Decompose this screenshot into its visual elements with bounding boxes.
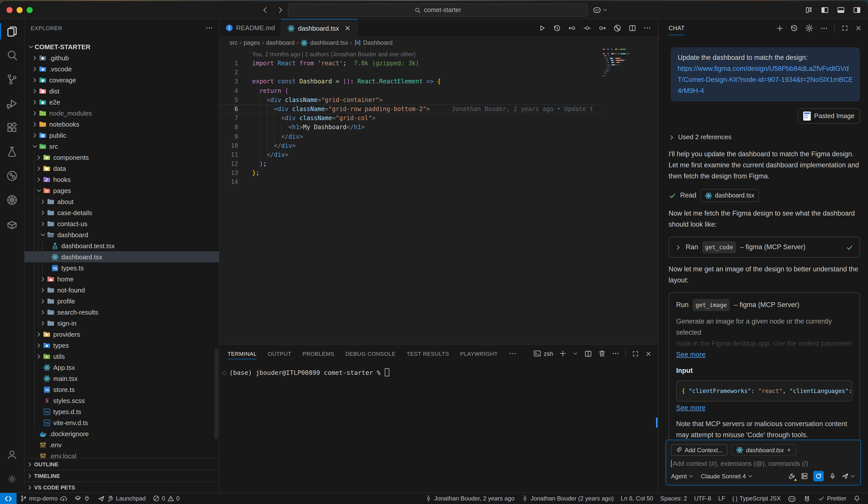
history-icon[interactable] xyxy=(553,24,561,32)
status-utf-8[interactable]: UTF-8 xyxy=(691,495,715,502)
minimap[interactable] xyxy=(603,49,651,80)
chat-close-icon[interactable] xyxy=(855,24,862,32)
activity-explorer[interactable] xyxy=(0,19,24,43)
status-typescript-jsx[interactable]: { }TypeScript JSX xyxy=(729,495,784,502)
tree-file-types.ts[interactable]: TStypes.ts xyxy=(24,262,219,273)
launchpad-item[interactable]: Launchpad xyxy=(94,493,149,504)
problems-item[interactable]: 0 0 xyxy=(149,493,183,504)
activity-extensions[interactable] xyxy=(0,115,24,140)
activity-search[interactable] xyxy=(0,43,24,67)
section-outline[interactable]: OUTLINE xyxy=(24,458,219,470)
panel-tab-problems[interactable]: PROBLEMS xyxy=(302,345,334,362)
breadcrumb-pages[interactable]: pages xyxy=(244,39,260,46)
status-jonathan-bouder-2-years-ago[interactable]: Jonathan Bouder, 2 years ago xyxy=(422,495,518,502)
maximize-panel-icon[interactable] xyxy=(632,350,639,357)
tab-dashboard.tsx[interactable]: dashboard.tsx xyxy=(281,19,358,37)
breadcrumb-dashboard[interactable]: dashboard xyxy=(266,39,294,46)
change-icon[interactable] xyxy=(583,24,591,32)
tree-file-styles.scss[interactable]: Sstyles.scss xyxy=(24,395,219,406)
chat-history-icon[interactable] xyxy=(790,24,798,32)
send-button[interactable] xyxy=(841,472,856,480)
back-icon[interactable] xyxy=(261,6,269,14)
explorer-more-icon[interactable] xyxy=(205,24,213,32)
tree-file-store.ts[interactable]: TSstore.ts xyxy=(24,384,219,395)
tree-file-.env[interactable]: .env xyxy=(24,439,219,450)
tree-folder-dist[interactable]: dist xyxy=(24,85,219,96)
breadcrumb-src[interactable]: src xyxy=(229,39,238,46)
tree-folder-contact-us[interactable]: contact-us xyxy=(24,218,219,229)
ran-tool-box[interactable]: Ran get_code – figma (MCP Server) xyxy=(669,237,860,258)
command-center-search[interactable]: comet-starter xyxy=(288,3,588,17)
new-terminal-icon[interactable] xyxy=(559,350,567,357)
new-chat-icon[interactable] xyxy=(776,24,784,32)
section-vs-code-pets[interactable]: VS CODE PETS xyxy=(24,481,219,493)
maximize-window-button[interactable] xyxy=(27,7,33,13)
tree-folder-utils[interactable]: utils xyxy=(24,351,219,362)
panel-tab-playwright[interactable]: PLAYWRIGHT xyxy=(460,345,498,362)
tree-folder-node_modules[interactable]: node_modules xyxy=(24,107,219,119)
panel-more-icon[interactable] xyxy=(612,350,619,357)
close-window-button[interactable] xyxy=(7,7,12,13)
status-spaces-2[interactable]: Spaces: 2 xyxy=(657,495,691,502)
git-branch-item[interactable]: mcp-demo xyxy=(17,493,71,504)
agent-mode-dropdown[interactable]: Agent xyxy=(671,473,694,480)
auto-approve-toggle[interactable] xyxy=(813,471,824,481)
see-more-link[interactable]: See more xyxy=(676,402,705,413)
tree-folder-case-details[interactable]: case-details xyxy=(24,207,219,218)
close-tab-icon[interactable] xyxy=(344,24,351,32)
activity-accounts[interactable] xyxy=(0,443,24,467)
chat-input-placeholder[interactable]: Add context (#), extensions (@), command… xyxy=(671,460,856,467)
tree-folder-not-found[interactable]: not-found xyxy=(24,285,219,296)
tree-folder-types[interactable]: types xyxy=(24,340,219,351)
figma-link[interactable]: https://www.figma.com/design/U58Pbb84dLa… xyxy=(678,65,853,94)
tab-README.md[interactable]: README.md xyxy=(219,19,281,37)
tree-folder-providers[interactable]: providers xyxy=(24,329,219,340)
section-timeline[interactable]: TIMELINE xyxy=(24,470,219,481)
split-terminal-icon[interactable] xyxy=(584,349,592,358)
kill-terminal-icon[interactable] xyxy=(598,350,606,357)
tree-folder-dashboard[interactable]: dashboard xyxy=(24,229,219,240)
toggle-secondary-sidebar-icon[interactable] xyxy=(853,6,861,14)
chat-tab[interactable]: CHAT xyxy=(669,19,685,37)
tree-folder-hooks[interactable]: hooks xyxy=(24,174,219,185)
tree-file-.dockerignore[interactable]: .dockerignore xyxy=(24,428,219,439)
tree-file-types.d.ts[interactable]: TStypes.d.ts xyxy=(24,406,219,417)
close-panel-icon[interactable] xyxy=(645,350,652,357)
tree-folder-home[interactable]: home xyxy=(24,273,219,285)
tool-input-json[interactable]: { "clientFrameworks": "react", "clientLa… xyxy=(676,380,852,401)
terminal-dropdown-icon[interactable] xyxy=(572,351,578,356)
remote-indicator[interactable] xyxy=(0,493,17,504)
activity-gitlens[interactable] xyxy=(0,164,24,188)
terminal-shell-label[interactable]: zsh xyxy=(534,350,553,357)
tree-file-dashboard.tsx[interactable]: dashboard.tsx xyxy=(24,251,219,262)
breadcrumb[interactable]: src›pages›dashboard›dashboard.tsx›Dashbo… xyxy=(219,37,658,48)
panel-tabs-more-icon[interactable] xyxy=(509,350,516,357)
sidebar-scrollbar[interactable] xyxy=(215,349,218,439)
copilot-menu-button[interactable] xyxy=(593,6,608,14)
minimize-window-button[interactable] xyxy=(17,7,23,13)
status-prettier[interactable]: Prettier xyxy=(815,495,850,502)
tree-folder-coverage[interactable]: coverage xyxy=(24,74,219,85)
tree-folder-.vscode[interactable]: .vscode xyxy=(24,63,219,74)
graph-icon[interactable] xyxy=(613,24,621,32)
activity-docker[interactable] xyxy=(0,212,24,236)
activity-source-control[interactable] xyxy=(0,67,24,91)
status-jonathan-bouder-2-years-ago-[interactable]: Jonathan Bouder (2 years ago) xyxy=(518,495,617,502)
prev-change-icon[interactable] xyxy=(568,24,576,32)
file-chip[interactable]: dashboard.tsx xyxy=(701,189,759,202)
tree-folder-public[interactable]: public xyxy=(24,130,219,141)
status-lf[interactable]: LF xyxy=(715,495,729,502)
references-toggle[interactable]: Used 2 references xyxy=(669,132,860,143)
context-file-chip[interactable]: dashboard.tsx xyxy=(731,444,796,456)
extension-status-item[interactable] xyxy=(71,493,94,504)
customize-layout-icon[interactable] xyxy=(805,6,813,14)
tree-file-App.tsx[interactable]: App.tsx xyxy=(24,362,219,373)
panel-tab-terminal[interactable]: TERMINAL xyxy=(228,345,257,362)
tree-folder-pages[interactable]: pages xyxy=(24,185,219,196)
panel-tab-output[interactable]: OUTPUT xyxy=(268,345,291,362)
tree-folder-profile[interactable]: profile xyxy=(24,296,219,307)
model-dropdown[interactable]: Claude Sonnet 4 xyxy=(701,473,753,480)
tree-folder-data[interactable]: data xyxy=(24,163,219,174)
microphone-icon[interactable] xyxy=(829,472,836,480)
read-file-row[interactable]: Read dashboard.tsx xyxy=(669,189,860,202)
